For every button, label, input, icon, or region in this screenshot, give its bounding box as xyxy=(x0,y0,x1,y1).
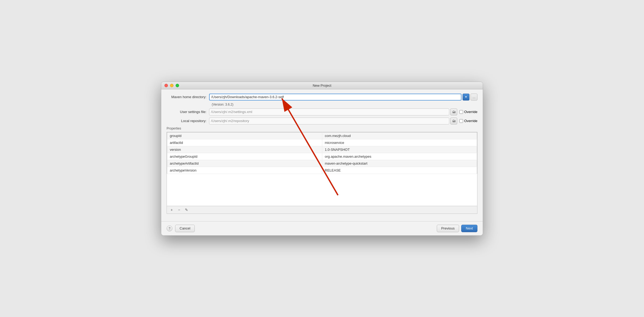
local-repo-override-label: Override xyxy=(464,119,477,123)
empty-rows xyxy=(167,174,477,206)
footer-left: ? Cancel xyxy=(167,225,195,232)
dialog-window: New Project Maven home directory: ▼ … (V… xyxy=(161,82,483,236)
main-content: Maven home directory: ▼ … (Version: 3.6.… xyxy=(161,89,483,218)
local-repo-input-wrap: 🗂 Override xyxy=(209,118,477,124)
help-button[interactable]: ? xyxy=(167,226,172,231)
user-settings-input-wrap: 🗂 Override xyxy=(209,109,477,115)
footer: ? Cancel Previous Next xyxy=(161,221,483,235)
user-settings-row: User settings file: 🗂 Override xyxy=(167,109,477,115)
property-value: 1.0-SNAPSHOT xyxy=(322,146,477,153)
property-key: archetypeArtifactId xyxy=(167,160,322,167)
properties-section: Properties groupIdcom.mezjh.cloudartifac… xyxy=(167,127,477,214)
local-repo-folder-button[interactable]: 🗂 xyxy=(450,118,457,124)
user-settings-override-wrap: Override xyxy=(459,110,477,114)
minimize-button[interactable] xyxy=(170,84,173,87)
user-settings-folder-button[interactable]: 🗂 xyxy=(450,109,457,115)
table-row[interactable]: archetypeVersionRELEASE xyxy=(167,167,477,174)
version-text: (Version: 3.6.2) xyxy=(212,103,477,106)
properties-table-container: groupIdcom.mezjh.cloudartifactIdmicroser… xyxy=(167,132,477,214)
local-repo-row: Local repository: 🗂 Override xyxy=(167,118,477,124)
table-row[interactable]: version1.0-SNAPSHOT xyxy=(167,146,477,153)
user-settings-override-label: Override xyxy=(464,110,477,114)
table-toolbar: + − ✎ xyxy=(167,206,477,214)
maven-home-input-wrap: ▼ … xyxy=(209,94,477,101)
table-row[interactable]: groupIdcom.mezjh.cloud xyxy=(167,132,477,139)
close-button[interactable] xyxy=(164,84,168,87)
property-key: groupId xyxy=(167,132,322,139)
property-value: maven-archetype-quickstart xyxy=(322,160,477,167)
property-key: archetypeGroupId xyxy=(167,153,322,160)
property-value: RELEASE xyxy=(322,167,477,174)
window-title: New Project xyxy=(313,84,331,87)
property-value: com.mezjh.cloud xyxy=(322,132,477,139)
property-key: artifactId xyxy=(167,139,322,146)
cancel-button[interactable]: Cancel xyxy=(175,225,195,232)
maven-home-input[interactable] xyxy=(209,94,461,101)
maven-home-row: Maven home directory: ▼ … xyxy=(167,94,477,101)
property-value: microservice xyxy=(322,139,477,146)
maximize-button[interactable] xyxy=(176,84,179,87)
edit-property-button[interactable]: ✎ xyxy=(184,207,189,212)
user-settings-label: User settings file: xyxy=(167,110,209,114)
previous-button[interactable]: Previous xyxy=(437,225,459,232)
local-repo-label: Local repository: xyxy=(167,119,209,123)
user-settings-input[interactable] xyxy=(209,109,449,115)
table-row[interactable]: artifactIdmicroservice xyxy=(167,139,477,146)
table-row[interactable]: archetypeGroupIdorg.apache.maven.archety… xyxy=(167,153,477,160)
add-property-button[interactable]: + xyxy=(169,207,174,212)
property-value: org.apache.maven.archetypes xyxy=(322,153,477,160)
local-repo-input[interactable] xyxy=(209,118,449,124)
next-button[interactable]: Next xyxy=(461,225,477,232)
remove-property-button[interactable]: − xyxy=(176,207,182,212)
property-key: archetypeVersion xyxy=(167,167,322,174)
local-repo-override-checkbox[interactable] xyxy=(459,119,463,123)
property-key: version xyxy=(167,146,322,153)
title-bar: New Project xyxy=(161,82,483,89)
footer-right: Previous Next xyxy=(437,225,477,232)
properties-label: Properties xyxy=(167,127,477,130)
maven-home-browse-button[interactable]: … xyxy=(471,94,477,101)
maven-home-dropdown-button[interactable]: ▼ xyxy=(463,94,469,101)
user-settings-override-checkbox[interactable] xyxy=(459,110,463,114)
table-row[interactable]: archetypeArtifactIdmaven-archetype-quick… xyxy=(167,160,477,167)
maven-home-label: Maven home directory: xyxy=(167,95,209,99)
properties-table: groupIdcom.mezjh.cloudartifactIdmicroser… xyxy=(167,132,477,174)
window-controls xyxy=(164,84,179,87)
local-repo-override-wrap: Override xyxy=(459,119,477,123)
